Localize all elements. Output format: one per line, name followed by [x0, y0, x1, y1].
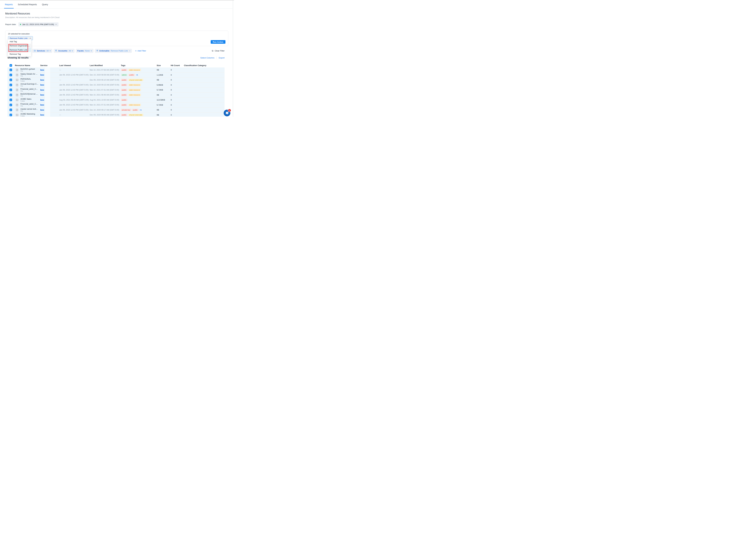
row-checkbox[interactable] [9, 114, 12, 116]
size-value: 0B [156, 69, 170, 71]
size-value: 1.22KB [156, 74, 170, 76]
row-checkbox[interactable] [9, 69, 12, 71]
filter-chip-facets[interactable]: Facets: None [76, 49, 93, 53]
box-service-logo: box [40, 98, 44, 101]
table-row[interactable]: Financial_aduit_C... File box Jan 09, 20… [7, 102, 225, 108]
table-row[interactable]: PERSONAL Folder box --- Dec 09, 2020 06:… [7, 78, 225, 83]
check-icon [10, 84, 12, 86]
box-service-logo: box [40, 69, 44, 71]
last-modified: Dec 09, 2020 06:10 AM (GMT-5:00) [89, 79, 120, 81]
last-viewed: Aug 03, 2021 06:49 AM (GMT-5:00) [58, 99, 89, 101]
filter-chip-label: Accounts: [58, 50, 68, 52]
export-link[interactable]: Export [219, 57, 225, 59]
tag-public: public [121, 94, 127, 96]
column-header-classification-category[interactable]: Classification Category [183, 64, 225, 66]
menu-item-remove-tag[interactable]: Remove Tag [8, 52, 31, 56]
file-icon [15, 93, 19, 97]
resource-type: Folder [21, 115, 35, 117]
check-icon [10, 89, 12, 91]
last-viewed: --- [58, 79, 89, 81]
select-columns-link[interactable]: Select Columns [200, 57, 214, 59]
tag-public: public [121, 79, 127, 81]
tag-public: public [121, 104, 127, 106]
table-row[interactable]: Salary Details for ... File box Jan 09, … [7, 72, 225, 78]
box-service-logo: box [40, 73, 44, 76]
row-checkbox[interactable] [9, 74, 12, 76]
resource-type: Folder [21, 100, 31, 102]
tag-stale-resource: stale resource [128, 94, 141, 96]
table-row[interactable]: BoD2021.gsheet File box --- Mar 10, 2021… [7, 67, 225, 72]
row-checkbox[interactable] [9, 84, 12, 86]
check-icon [10, 74, 12, 76]
filter-chip-value: All [47, 50, 49, 52]
hit-count-value: 0 [170, 74, 183, 76]
filter-chip-value: All [69, 50, 71, 52]
add-filter-button[interactable]: + Add Filter [135, 50, 146, 52]
table-row[interactable]: ACME Sales Folder box Aug 03, 2021 06:49… [7, 97, 225, 102]
last-viewed: Jan 09, 2023 12:43 PM (GMT-5:00) [58, 84, 89, 86]
filter-chip-services[interactable]: Services: All [32, 49, 52, 53]
column-header-resource-name[interactable]: Resource Name [14, 64, 39, 66]
tag-public: public [121, 69, 127, 71]
tags-cell: publicstale resource [120, 89, 156, 91]
tab-label: Query [42, 3, 48, 6]
column-header-hit-count[interactable]: Hit Count [170, 64, 183, 66]
box-service-logo: box [40, 89, 44, 91]
bulk-action-panel: 20 selected for execution Remove Public … [5, 31, 228, 46]
row-checkbox[interactable] [9, 98, 12, 101]
file-icon [15, 108, 19, 112]
chevron-down-icon [91, 51, 92, 51]
page-title: Monitored Resources [5, 12, 228, 15]
row-checkbox[interactable] [9, 94, 12, 96]
column-header-service[interactable]: Service [39, 64, 58, 66]
remove-filter-icon[interactable]: × [129, 50, 131, 52]
table-row[interactable]: BoD2020[internal ... File box Jan 09, 20… [7, 92, 225, 97]
column-header-last-viewed[interactable]: Last Viewed [58, 64, 89, 66]
resource-name: BoD2020[internal ... [21, 93, 37, 95]
menu-item-add-tag[interactable]: Add Tag [8, 39, 31, 44]
row-checkbox[interactable] [9, 89, 12, 91]
chevron-down-icon [55, 24, 57, 25]
vertical-scrollbar[interactable] [232, 0, 234, 117]
clear-filter-button[interactable]: Clear Filter [211, 50, 225, 52]
menu-item-remove-organizatio[interactable]: Remove Organizatio... [8, 44, 31, 48]
resource-type: File [21, 105, 37, 107]
tags-cell: publicstale resource [120, 84, 156, 86]
row-checkbox[interactable] [9, 79, 12, 81]
column-header-tags[interactable]: Tags [120, 64, 156, 66]
tag-public: public [128, 74, 135, 76]
menu-item-remove-public-link[interactable]: Remove Public Link [8, 48, 31, 52]
tag-shared-externally: shared externally [128, 114, 143, 116]
tab-query[interactable]: Query [42, 0, 48, 8]
box-service-logo: box [40, 109, 44, 111]
file-icon [15, 73, 19, 77]
filter-chip-actionable[interactable]: Actionable: Remove Public Link × [95, 49, 132, 53]
resource-type: Folder [21, 80, 31, 82]
resource-type: File [21, 95, 37, 97]
last-viewed: Jan 09, 2023 12:43 PM (GMT-5:00) [58, 89, 89, 91]
table-row[interactable]: ACME Marketing Folder box --- Dec 09, 20… [7, 113, 225, 117]
filter-chip-accounts[interactable]: Accounts: All [54, 49, 75, 53]
check-icon [10, 79, 12, 81]
check-icon [10, 109, 12, 111]
select-all-checkbox[interactable] [9, 64, 12, 67]
table-row[interactable]: Annual Earnings C... File box Jan 09, 20… [7, 83, 225, 88]
report-date-select[interactable]: Jan 12, 2023 10:01 PM (GMT-5:00) [18, 22, 58, 26]
row-checkbox[interactable] [9, 109, 12, 111]
chat-launcher-button[interactable]: 2 [224, 110, 230, 116]
run-action-button[interactable]: Run Action [211, 40, 226, 44]
resource-name: Financial_aduit_C... [21, 88, 37, 90]
resource-name: BoD2021.gsheet [21, 68, 35, 70]
selected-count-text: 20 selected for execution [8, 33, 225, 35]
column-header-last-modified[interactable]: Last Modified [89, 64, 120, 66]
resources-table: Resource NameServiceLast ViewedLast Modi… [7, 63, 225, 117]
row-checkbox[interactable] [9, 104, 12, 106]
tab-scheduled-reports[interactable]: Scheduled Reports [18, 0, 37, 8]
tab-reports[interactable]: Reports [5, 0, 13, 8]
table-row[interactable]: master-server-kctl... File box Jan 09, 2… [7, 108, 225, 113]
table-row[interactable]: Financial_aduit_C... File box Jan 09, 20… [7, 87, 225, 92]
tag-stale-resource: stale resource [128, 84, 141, 86]
column-header-size[interactable]: Size [156, 64, 170, 66]
last-modified: Mar 10, 2021 08:46 AM (GMT-5:00) [89, 94, 120, 96]
last-modified: Dec 09, 2020 06:55 AM (GMT-5:00) [89, 114, 120, 116]
